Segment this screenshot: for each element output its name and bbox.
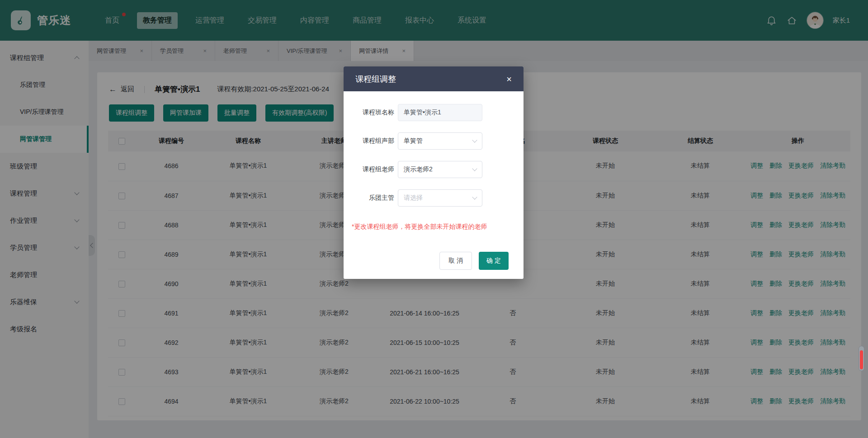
modal-close-icon[interactable]: × [506,75,512,84]
field-value: 单簧管 [404,137,423,145]
course-group-adjust-modal: 课程组调整 × 课程班名称单簧管•演示1课程组声部单簧管课程组老师演示老师2乐团… [344,66,524,279]
field-value: 单簧管•演示1 [404,108,441,117]
modal-footer: 取 消 确 定 [344,231,524,279]
field-label-band-manager: 乐团主管 [356,194,394,202]
modal-fields: 课程班名称单簧管•演示1课程组声部单簧管课程组老师演示老师2乐团主管请选择 [356,104,524,207]
field-select-band-manager[interactable]: 请选择 [398,189,482,207]
chevron-down-icon [472,166,477,171]
chevron-down-icon [472,137,477,142]
modal-body: 课程班名称单簧管•演示1课程组声部单簧管课程组老师演示老师2乐团主管请选择 *更… [344,91,524,231]
field-select-group-teacher[interactable]: 演示老师2 [398,161,482,178]
form-row: 课程班名称单簧管•演示1 [356,104,524,121]
form-row: 乐团主管请选择 [356,189,524,207]
field-label-class-name: 课程班名称 [356,108,394,117]
confirm-button[interactable]: 确 定 [479,252,509,270]
form-row: 课程组老师演示老师2 [356,161,524,178]
scrollbar-thumb[interactable] [859,346,864,371]
modal-warning: *更改课程组老师，将更换全部未开始课程的老师 [352,223,524,231]
cancel-button[interactable]: 取 消 [439,252,472,270]
chevron-down-icon [472,194,477,199]
field-value: 请选择 [404,194,423,202]
field-label-voice-part: 课程组声部 [356,137,394,145]
form-row: 课程组声部单簧管 [356,132,524,150]
field-value: 演示老师2 [404,165,433,174]
field-label-group-teacher: 课程组老师 [356,165,394,174]
modal-header: 课程组调整 × [344,66,524,91]
modal-title: 课程组调整 [355,74,396,85]
field-input-class-name[interactable]: 单簧管•演示1 [398,104,482,121]
field-select-voice-part[interactable]: 单簧管 [398,132,482,150]
scrollbar-thumb-indicator [860,350,863,369]
